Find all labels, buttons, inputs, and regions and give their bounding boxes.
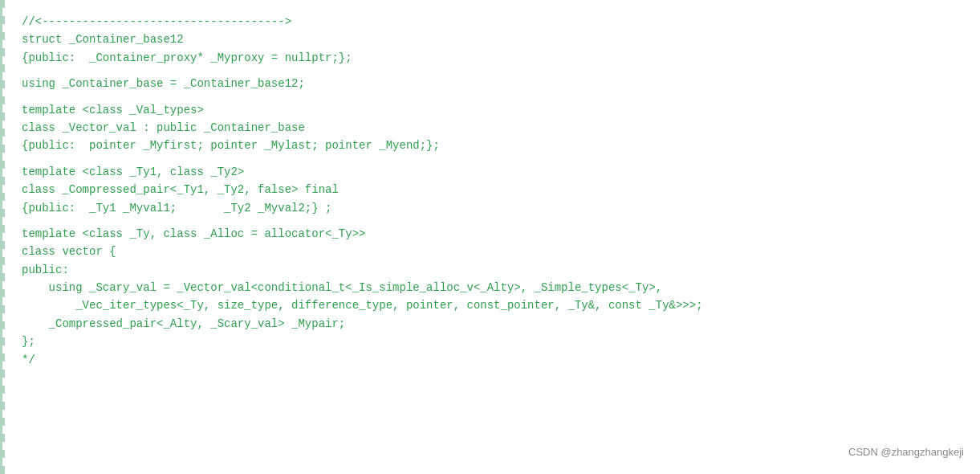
code-line: _Compressed_pair<_Alty, _Scary_val> _Myp…: [18, 315, 964, 333]
left-border: [2, 0, 5, 474]
code-text: _Compressed_pair<_Alty, _Scary_val> _Myp…: [22, 315, 345, 333]
code-line: //<------------------------------------>: [18, 13, 964, 31]
code-text: };: [22, 333, 35, 350]
watermark: CSDN @zhangzhangkeji: [848, 444, 964, 461]
empty-line: [18, 93, 964, 101]
code-line: };: [18, 333, 964, 350]
code-text: */: [22, 351, 35, 369]
code-line: */: [18, 351, 964, 369]
code-text: template <class _Val_types>: [22, 101, 204, 119]
code-line: public:: [18, 261, 964, 279]
code-text: {public: _Container_proxy* _Myproxy = nu…: [22, 49, 352, 67]
empty-line: [18, 155, 964, 163]
code-text: public:: [22, 261, 69, 279]
code-line: class _Vector_val : public _Container_ba…: [18, 119, 964, 137]
code-line: template <class _Ty1, class _Ty2>: [18, 163, 964, 181]
code-text: class _Vector_val : public _Container_ba…: [22, 119, 305, 137]
code-line: {public: _Ty1 _Myval1; _Ty2 _Myval2;} ;: [18, 199, 964, 217]
code-line: {public: pointer _Myfirst; pointer _Myla…: [18, 137, 964, 154]
code-line: class vector {: [18, 243, 964, 260]
code-line: {public: _Container_proxy* _Myproxy = nu…: [18, 49, 964, 67]
code-text: using _Container_base = _Container_base1…: [22, 75, 305, 92]
code-text: template <class _Ty, class _Alloc = allo…: [22, 225, 365, 243]
code-line: template <class _Ty, class _Alloc = allo…: [18, 225, 964, 243]
code-text: using _Scary_val = _Vector_val<condition…: [22, 279, 662, 296]
code-text: class vector {: [22, 243, 116, 260]
code-text: _Vec_iter_types<_Ty, size_type, differen…: [22, 296, 703, 314]
empty-line: [18, 217, 964, 225]
code-content: //<------------------------------------>…: [18, 13, 964, 369]
empty-line: [18, 67, 964, 75]
code-text: {public: _Ty1 _Myval1; _Ty2 _Myval2;} ;: [22, 199, 331, 217]
code-line: class _Compressed_pair<_Ty1, _Ty2, false…: [18, 181, 964, 198]
code-line: template <class _Val_types>: [18, 101, 964, 119]
code-text: {public: pointer _Myfirst; pointer _Myla…: [22, 137, 440, 154]
code-block: //<------------------------------------>…: [0, 0, 980, 474]
code-line: _Vec_iter_types<_Ty, size_type, differen…: [18, 296, 964, 314]
code-line: using _Scary_val = _Vector_val<condition…: [18, 279, 964, 296]
code-line: using _Container_base = _Container_base1…: [18, 75, 964, 92]
code-text: //<------------------------------------>: [22, 13, 291, 31]
code-text: struct _Container_base12: [22, 31, 184, 48]
code-text: template <class _Ty1, class _Ty2>: [22, 163, 244, 181]
code-text: class _Compressed_pair<_Ty1, _Ty2, false…: [22, 181, 339, 198]
code-line: struct _Container_base12: [18, 31, 964, 48]
